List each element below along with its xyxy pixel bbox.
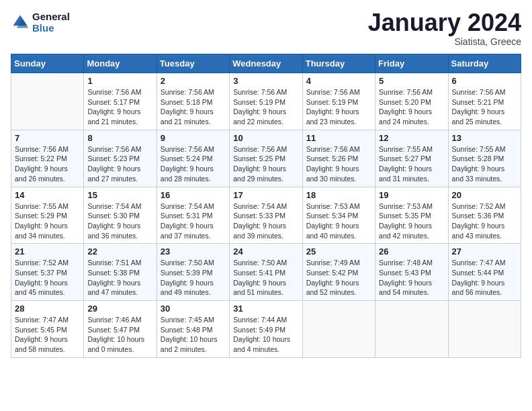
day-info: Sunrise: 7:48 AMSunset: 5:43 PMDaylight:…	[379, 258, 444, 298]
sunset-time: Sunset: 5:17 PM	[87, 98, 140, 106]
day-number: 24	[233, 246, 298, 257]
day-number: 3	[233, 76, 298, 86]
daylight-hours: Daylight: 9 hours and 24 minutes.	[379, 107, 432, 126]
calendar-week-4: 21Sunrise: 7:52 AMSunset: 5:37 PMDayligh…	[11, 244, 521, 301]
day-number: 7	[15, 133, 80, 143]
calendar-day: 19Sunrise: 7:53 AMSunset: 5:35 PMDayligh…	[375, 187, 448, 244]
calendar-day	[375, 301, 448, 358]
day-info: Sunrise: 7:47 AMSunset: 5:45 PMDaylight:…	[15, 315, 80, 355]
calendar-day: 1Sunrise: 7:56 AMSunset: 5:17 PMDaylight…	[84, 73, 157, 130]
sunset-time: Sunset: 5:39 PM	[161, 269, 213, 277]
calendar-day	[448, 301, 521, 358]
daylight-hours: Daylight: 9 hours and 27 minutes.	[87, 165, 140, 183]
day-info: Sunrise: 7:56 AMSunset: 5:19 PMDaylight:…	[306, 87, 371, 127]
day-number: 29	[87, 304, 152, 314]
day-info: Sunrise: 7:56 AMSunset: 5:22 PMDaylight:…	[15, 144, 80, 184]
calendar-day: 8Sunrise: 7:56 AMSunset: 5:23 PMDaylight…	[84, 130, 157, 187]
daylight-hours: Daylight: 9 hours and 28 minutes.	[161, 165, 214, 183]
calendar-day	[302, 301, 375, 358]
sunset-time: Sunset: 5:21 PM	[452, 98, 504, 106]
daylight-hours: Daylight: 9 hours and 58 minutes.	[15, 335, 68, 353]
day-number: 31	[233, 304, 298, 314]
sunset-time: Sunset: 5:18 PM	[161, 98, 213, 106]
sunrise-time: Sunrise: 7:54 AM	[161, 202, 214, 210]
calendar-day: 26Sunrise: 7:48 AMSunset: 5:43 PMDayligh…	[375, 244, 448, 301]
app-logo: General Blue	[11, 11, 70, 34]
sunset-time: Sunset: 5:48 PM	[161, 326, 213, 334]
day-info: Sunrise: 7:56 AMSunset: 5:23 PMDaylight:…	[87, 144, 152, 184]
sunrise-time: Sunrise: 7:49 AM	[306, 259, 360, 267]
day-info: Sunrise: 7:52 AMSunset: 5:36 PMDaylight:…	[452, 201, 517, 241]
daylight-hours: Daylight: 9 hours and 30 minutes.	[306, 165, 359, 183]
sunset-time: Sunset: 5:27 PM	[379, 154, 431, 163]
calendar-day: 2Sunrise: 7:56 AMSunset: 5:18 PMDaylight…	[157, 73, 229, 130]
sunrise-time: Sunrise: 7:56 AM	[161, 88, 214, 96]
sunrise-time: Sunrise: 7:52 AM	[452, 202, 506, 210]
header-friday: Friday	[375, 54, 448, 73]
month-title: January 2024	[368, 11, 521, 35]
sunset-time: Sunset: 5:45 PM	[15, 326, 67, 334]
sunset-time: Sunset: 5:49 PM	[233, 326, 285, 334]
day-number: 12	[379, 133, 444, 143]
sunrise-time: Sunrise: 7:51 AM	[87, 259, 141, 267]
sunset-time: Sunset: 5:43 PM	[379, 269, 431, 277]
sunrise-time: Sunrise: 7:56 AM	[15, 145, 69, 153]
calendar-day: 9Sunrise: 7:56 AMSunset: 5:24 PMDaylight…	[157, 130, 229, 187]
sunset-time: Sunset: 5:34 PM	[306, 212, 359, 220]
calendar-day: 24Sunrise: 7:50 AMSunset: 5:41 PMDayligh…	[230, 244, 302, 301]
header-thursday: Thursday	[302, 54, 375, 73]
calendar-day: 14Sunrise: 7:55 AMSunset: 5:29 PMDayligh…	[11, 187, 84, 244]
day-number: 21	[15, 246, 80, 257]
day-info: Sunrise: 7:56 AMSunset: 5:19 PMDaylight:…	[233, 87, 298, 127]
sunset-time: Sunset: 5:23 PM	[87, 154, 140, 163]
header-saturday: Saturday	[448, 54, 521, 73]
day-info: Sunrise: 7:55 AMSunset: 5:27 PMDaylight:…	[379, 144, 444, 184]
day-info: Sunrise: 7:50 AMSunset: 5:39 PMDaylight:…	[161, 258, 226, 298]
daylight-hours: Daylight: 9 hours and 33 minutes.	[452, 165, 505, 183]
header-monday: Monday	[84, 54, 157, 73]
day-number: 22	[87, 246, 152, 257]
day-number: 14	[15, 190, 80, 200]
calendar-week-3: 14Sunrise: 7:55 AMSunset: 5:29 PMDayligh…	[11, 187, 521, 244]
calendar-day: 18Sunrise: 7:53 AMSunset: 5:34 PMDayligh…	[302, 187, 375, 244]
header-tuesday: Tuesday	[157, 54, 229, 73]
daylight-hours: Daylight: 9 hours and 23 minutes.	[306, 107, 359, 126]
title-block: January 2024 Siatista, Greece	[368, 11, 521, 47]
daylight-hours: Daylight: 10 hours and 4 minutes.	[233, 335, 290, 353]
sunset-time: Sunset: 5:36 PM	[452, 212, 504, 220]
daylight-hours: Daylight: 9 hours and 29 minutes.	[233, 165, 286, 183]
sunset-time: Sunset: 5:47 PM	[87, 326, 140, 334]
calendar-day: 6Sunrise: 7:56 AMSunset: 5:21 PMDaylight…	[448, 73, 521, 130]
daylight-hours: Daylight: 10 hours and 2 minutes.	[161, 335, 218, 353]
sunrise-time: Sunrise: 7:46 AM	[87, 316, 141, 324]
calendar-day: 16Sunrise: 7:54 AMSunset: 5:31 PMDayligh…	[157, 187, 229, 244]
calendar-week-5: 28Sunrise: 7:47 AMSunset: 5:45 PMDayligh…	[11, 301, 521, 358]
daylight-hours: Daylight: 9 hours and 21 minutes.	[87, 107, 140, 126]
daylight-hours: Daylight: 9 hours and 22 minutes.	[233, 107, 286, 126]
day-number: 20	[452, 190, 517, 200]
sunrise-time: Sunrise: 7:56 AM	[306, 88, 360, 96]
day-info: Sunrise: 7:56 AMSunset: 5:20 PMDaylight:…	[379, 87, 444, 127]
day-info: Sunrise: 7:53 AMSunset: 5:35 PMDaylight:…	[379, 201, 444, 241]
day-info: Sunrise: 7:56 AMSunset: 5:18 PMDaylight:…	[161, 87, 226, 127]
daylight-hours: Daylight: 9 hours and 36 minutes.	[87, 222, 140, 240]
sunset-time: Sunset: 5:30 PM	[87, 212, 140, 220]
day-number: 1	[87, 76, 152, 86]
sunrise-time: Sunrise: 7:47 AM	[15, 316, 69, 324]
sunrise-time: Sunrise: 7:55 AM	[379, 145, 433, 153]
day-number: 28	[15, 304, 80, 314]
daylight-hours: Daylight: 9 hours and 34 minutes.	[15, 222, 68, 240]
daylight-hours: Daylight: 9 hours and 25 minutes.	[452, 107, 505, 126]
day-info: Sunrise: 7:50 AMSunset: 5:41 PMDaylight:…	[233, 258, 298, 298]
calendar-header-row: SundayMondayTuesdayWednesdayThursdayFrid…	[11, 54, 521, 73]
logo-text: General Blue	[32, 11, 70, 34]
sunset-time: Sunset: 5:35 PM	[379, 212, 431, 220]
day-info: Sunrise: 7:56 AMSunset: 5:17 PMDaylight:…	[87, 87, 152, 127]
calendar-day: 22Sunrise: 7:51 AMSunset: 5:38 PMDayligh…	[84, 244, 157, 301]
day-info: Sunrise: 7:53 AMSunset: 5:34 PMDaylight:…	[306, 201, 371, 241]
day-number: 25	[306, 246, 371, 257]
calendar-day	[11, 73, 84, 130]
day-number: 9	[161, 133, 226, 143]
calendar-day: 28Sunrise: 7:47 AMSunset: 5:45 PMDayligh…	[11, 301, 84, 358]
calendar-day: 11Sunrise: 7:56 AMSunset: 5:26 PMDayligh…	[302, 130, 375, 187]
